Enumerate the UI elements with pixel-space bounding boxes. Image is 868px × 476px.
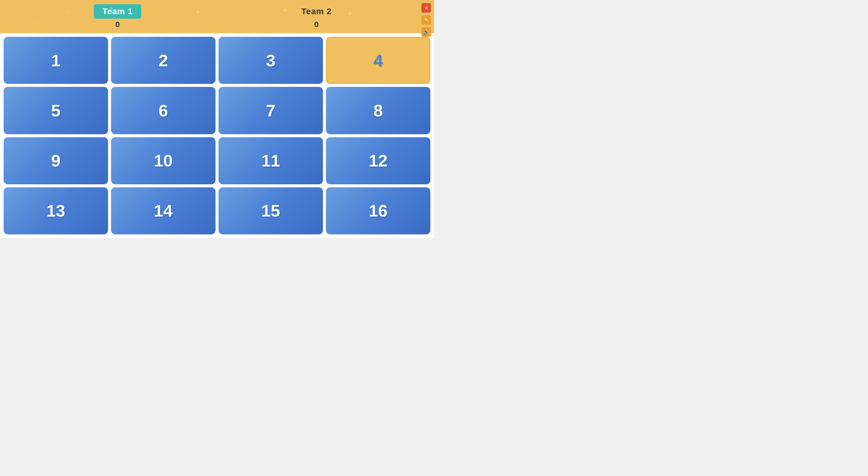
card-4[interactable]: 4 [326,37,430,84]
team2-score: 0 [314,20,318,29]
card-number-7: 7 [266,101,275,120]
card-number-12: 12 [369,151,388,170]
team1-section: Team 1 0 [94,4,141,29]
card-number-2: 2 [158,51,168,70]
card-number-9: 9 [51,151,60,170]
card-grid: 12345678910111213141516 [0,33,434,238]
edit-button[interactable]: ✎ [421,15,431,25]
team1-label[interactable]: Team 1 [94,4,141,19]
card-number-5: 5 [51,101,60,120]
card-number-3: 3 [266,51,275,70]
card-1[interactable]: 1 [4,37,108,84]
close-button[interactable]: ✕ [421,3,431,13]
card-2[interactable]: 2 [111,37,216,84]
card-5[interactable]: 5 [4,87,108,134]
card-number-11: 11 [261,151,280,170]
sound-button[interactable]: 🔊 [421,27,431,37]
card-14[interactable]: 14 [111,187,216,234]
card-16[interactable]: 16 [326,187,430,234]
card-number-6: 6 [158,101,168,120]
card-number-13: 13 [46,201,65,221]
team2-label[interactable]: Team 2 [293,4,340,19]
card-number-10: 10 [154,151,173,170]
team1-score: 0 [115,20,120,29]
header: ♡♡♡✦♡✦♡✦♡✦♡ Team 1 0 Team 2 0 ✕ ✎ 🔊 [0,0,434,33]
card-13[interactable]: 13 [4,187,108,234]
card-number-14: 14 [154,201,173,221]
card-number-1: 1 [51,51,60,70]
card-9[interactable]: 9 [4,137,108,184]
card-number-4: 4 [373,51,383,70]
card-number-16: 16 [369,201,388,221]
card-3[interactable]: 3 [218,37,323,84]
card-number-15: 15 [261,201,280,221]
card-number-8: 8 [373,101,383,120]
card-10[interactable]: 10 [111,137,216,184]
card-8[interactable]: 8 [326,87,430,134]
card-15[interactable]: 15 [218,187,323,234]
card-6[interactable]: 6 [111,87,216,134]
header-teams: Team 1 0 Team 2 0 [18,4,416,29]
card-11[interactable]: 11 [218,137,323,184]
card-7[interactable]: 7 [218,87,323,134]
team2-section: Team 2 0 [293,4,340,29]
toolbar-icons: ✕ ✎ 🔊 [421,3,431,37]
card-12[interactable]: 12 [326,137,430,184]
